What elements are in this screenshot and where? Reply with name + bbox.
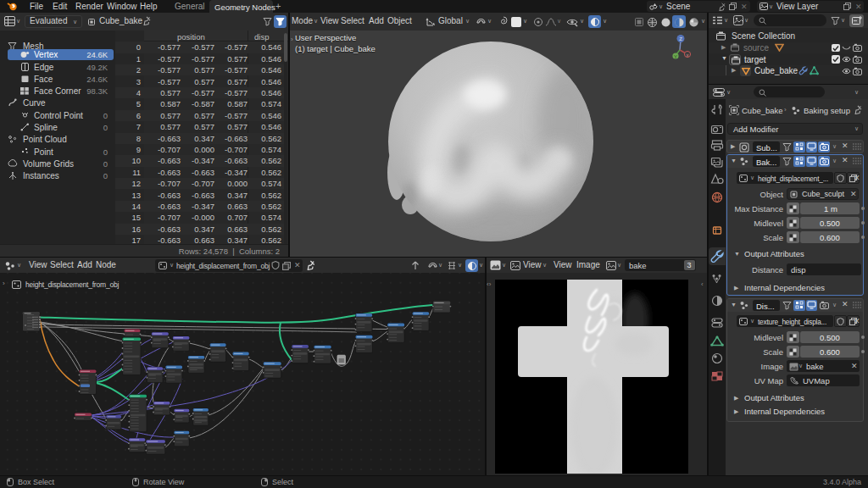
svg-text:Y: Y — [674, 54, 677, 59]
svg-text:Z: Z — [679, 36, 682, 42]
svg-text:x: x — [687, 53, 689, 58]
